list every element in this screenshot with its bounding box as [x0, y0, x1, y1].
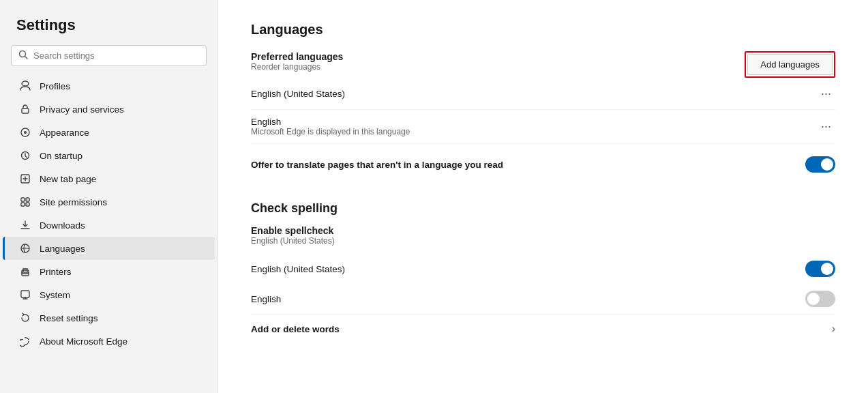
svg-rect-2	[22, 81, 29, 86]
language-label-english-us: English (United States)	[251, 89, 345, 99]
check-spelling-section: Check spelling Enable spellcheck English…	[251, 201, 835, 343]
chevron-right-icon: ›	[832, 323, 835, 335]
reorder-languages-sub: Reorder languages	[251, 62, 343, 72]
svg-rect-17	[21, 291, 29, 297]
sidebar-item-about[interactable]: About Microsoft Edge	[3, 330, 215, 353]
svg-rect-12	[21, 203, 25, 206]
download-icon	[19, 219, 31, 231]
spellcheck-toggle-english-us[interactable]	[805, 261, 835, 277]
sidebar-item-site-permissions[interactable]: Site permissions	[3, 190, 215, 214]
reset-icon	[19, 312, 31, 324]
preferred-languages-info: Preferred languages Reorder languages	[251, 51, 343, 78]
sidebar-item-languages-label: Languages	[40, 244, 85, 254]
sidebar-item-about-label: About Microsoft Edge	[40, 336, 128, 347]
spell-lang-english-us: English (United States)	[251, 264, 345, 274]
search-icon	[18, 50, 28, 61]
svg-rect-13	[26, 203, 29, 206]
language-row-english: English Microsoft Edge is displayed in t…	[251, 110, 835, 144]
language-label-english: English	[251, 117, 410, 127]
sidebar-item-system[interactable]: System	[3, 283, 215, 306]
language-row-english-us: English (United States) ···	[251, 78, 835, 110]
svg-rect-11	[26, 198, 29, 201]
site-icon	[19, 196, 31, 208]
more-options-english-us[interactable]: ···	[817, 85, 835, 102]
page-title: Languages	[251, 22, 835, 38]
spellcheck-toggle-english[interactable]	[805, 291, 835, 307]
translate-toggle[interactable]	[805, 156, 835, 173]
languages-icon	[19, 242, 31, 254]
svg-point-5	[24, 131, 27, 134]
appearance-icon	[19, 126, 31, 139]
search-wrap	[0, 45, 218, 74]
printer-icon	[19, 265, 31, 278]
sidebar-item-privacy-label: Privacy and services	[40, 104, 124, 115]
sidebar-item-new-tab[interactable]: New tab page	[3, 167, 215, 190]
add-delete-words-label: Add or delete words	[251, 324, 340, 334]
add-delete-words-row[interactable]: Add or delete words ›	[251, 314, 835, 343]
sidebar-item-appearance[interactable]: Appearance	[3, 121, 215, 144]
language-sub-english: Microsoft Edge is displayed in this lang…	[251, 127, 410, 136]
lock-icon	[19, 103, 31, 115]
translate-row: Offer to translate pages that aren't in …	[251, 144, 835, 185]
startup-icon	[19, 149, 31, 162]
sidebar-item-printers[interactable]: Printers	[3, 260, 215, 283]
translate-label: Offer to translate pages that aren't in …	[251, 160, 503, 170]
svg-line-1	[25, 57, 28, 59]
add-languages-button-border: Add languages	[745, 51, 835, 78]
enable-spellcheck-row: Enable spellcheck English (United States…	[251, 225, 835, 246]
check-spelling-title: Check spelling	[251, 201, 835, 216]
svg-rect-10	[21, 198, 25, 201]
spell-lang-row-english-us: English (United States)	[251, 254, 835, 284]
main-content: Languages Preferred languages Reorder la…	[218, 0, 868, 393]
more-options-english[interactable]: ···	[817, 118, 835, 135]
sidebar-item-system-label: System	[40, 290, 70, 300]
language-name-english: English Microsoft Edge is displayed in t…	[251, 117, 410, 136]
sidebar-item-downloads-label: Downloads	[40, 220, 85, 231]
sidebar-item-site-permissions-label: Site permissions	[40, 197, 107, 207]
app-title: Settings	[0, 11, 218, 45]
sidebar-item-on-startup-label: On startup	[40, 151, 83, 161]
svg-rect-3	[22, 108, 29, 113]
search-box[interactable]	[11, 45, 207, 66]
sidebar-item-on-startup[interactable]: On startup	[3, 144, 215, 167]
person-icon	[19, 80, 31, 92]
sidebar-item-reset[interactable]: Reset settings	[3, 306, 215, 330]
sidebar-item-appearance-label: Appearance	[40, 128, 89, 138]
enable-spellcheck-label: Enable spellcheck	[251, 225, 835, 236]
sidebar-item-profiles-label: Profiles	[40, 81, 70, 91]
spell-lang-english: English	[251, 294, 281, 304]
newtab-icon	[19, 173, 31, 185]
sidebar-item-downloads[interactable]: Downloads	[3, 214, 215, 237]
preferred-languages-label: Preferred languages	[251, 51, 343, 62]
sidebar: Settings Profiles Privacy and services A…	[0, 0, 218, 393]
sidebar-item-profiles[interactable]: Profiles	[3, 74, 215, 98]
search-input[interactable]	[33, 50, 199, 61]
sidebar-item-languages[interactable]: Languages	[3, 237, 215, 260]
sidebar-item-printers-label: Printers	[40, 267, 72, 277]
sidebar-item-privacy[interactable]: Privacy and services	[3, 98, 215, 121]
add-languages-button[interactable]: Add languages	[747, 54, 833, 75]
spell-lang-row-english: English	[251, 284, 835, 314]
edge-icon	[19, 335, 31, 347]
enable-spellcheck-sub: English (United States)	[251, 236, 835, 246]
sidebar-item-reset-label: Reset settings	[40, 313, 98, 323]
preferred-languages-header: Preferred languages Reorder languages Ad…	[251, 51, 835, 78]
system-icon	[19, 289, 31, 301]
sidebar-item-new-tab-label: New tab page	[40, 174, 96, 184]
language-name-english-us: English (United States)	[251, 89, 345, 99]
